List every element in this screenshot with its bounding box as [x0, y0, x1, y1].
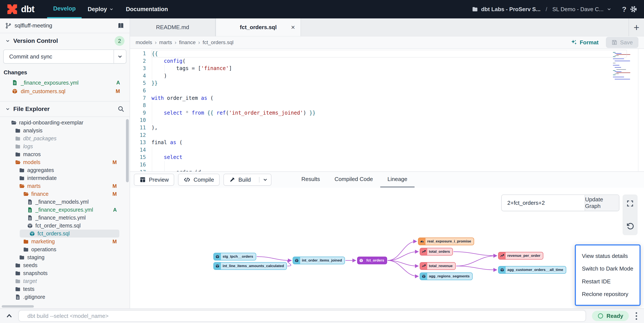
lineage-node-total_revenue[interactable]: total_revenue [420, 262, 456, 270]
menu-item-reclone-repository[interactable]: Reclone repository [576, 291, 640, 298]
code-line[interactable]: 4 ) [130, 72, 644, 80]
menu-item-switch-to-dark-mode[interactable]: Switch to Dark Mode [576, 266, 640, 272]
code-line[interactable]: 16 [130, 161, 644, 168]
update-graph-button[interactable]: Update Graph [585, 195, 619, 211]
code-line[interactable]: 17 order_id, [130, 168, 644, 172]
account-name[interactable]: dbt Labs - ProServ S... [481, 6, 540, 13]
code-line[interactable]: 10 [130, 116, 644, 124]
tree-item-_finance__models.yml[interactable]: _finance__models.yml [0, 198, 130, 206]
code-line[interactable]: 12 [130, 132, 644, 139]
compile-button[interactable]: Compile [178, 174, 220, 186]
search-icon[interactable] [118, 106, 124, 112]
tree-item-logs[interactable]: logs [0, 142, 130, 150]
docs-book-icon[interactable] [117, 22, 124, 29]
lineage-node-agg_customer_orders__all_time[interactable]: agg_customer_orders__all_time [498, 266, 566, 274]
help-icon[interactable]: ? [622, 5, 626, 14]
preview-button[interactable]: Preview [134, 174, 174, 186]
tree-item-rapid-onboarding-exemplar[interactable]: rapid-onboarding-exemplar [0, 119, 130, 126]
fullscreen-icon[interactable] [626, 200, 634, 207]
tree-item-marts[interactable]: martsM [0, 182, 130, 190]
changed-file-row[interactable]: dim_customers.sql M [3, 87, 126, 96]
lineage-node-stg_tpch__orders[interactable]: stg_tpch__orders [214, 253, 256, 260]
tree-item-operations[interactable]: operations [0, 246, 130, 254]
changed-file-row[interactable]: _finance_exposures.yml A [3, 78, 126, 87]
tree-item-analysis[interactable]: analysis [0, 126, 130, 134]
lineage-node-fct_orders[interactable]: fct_orders [357, 256, 387, 264]
close-icon[interactable]: × [291, 23, 295, 31]
tree-item-finance[interactable]: financeM [0, 190, 130, 198]
reset-view-icon[interactable] [626, 222, 634, 230]
project-name[interactable]: SL Demo - Dave C... [552, 6, 604, 13]
nav-develop[interactable]: Develop [47, 0, 82, 18]
branch-row[interactable]: sqlfluff-meeting [0, 18, 130, 33]
menu-item-view-status-details[interactable]: View status details [576, 253, 640, 260]
breadcrumb-models[interactable]: models [136, 40, 152, 46]
tree-item-fct_orders.sql[interactable]: fct_orders.sql [20, 230, 119, 238]
code-line[interactable]: 1{{ [130, 50, 644, 58]
lineage-node-revenue_per_order[interactable]: revenue_per_order [498, 252, 543, 260]
code-line[interactable]: 8 [130, 102, 644, 109]
tree-item-dbt_packages[interactable]: dbt_packages [0, 134, 130, 142]
code-line[interactable]: 11), [130, 124, 644, 132]
format-button[interactable]: Format [571, 39, 598, 46]
lineage-node-int_line_items_amounts_calculated[interactable]: int_line_items_amounts_calculated [214, 262, 287, 270]
version-control-header[interactable]: Version Control 2 [0, 33, 130, 48]
tree-item-tests[interactable]: tests [0, 285, 130, 293]
tree-item-_finance_metrics.yml[interactable]: _finance_metrics.yml [0, 214, 130, 222]
tree-item-models[interactable]: modelsM [0, 158, 130, 166]
new-tab-button[interactable]: + [628, 18, 644, 36]
tree-item-fct_order_items.sql[interactable]: fct_order_items.sql [0, 222, 130, 230]
tree-item-snapshots[interactable]: snapshots [0, 269, 130, 277]
tree-item-target[interactable]: target [0, 277, 130, 285]
vertical-scrollbar[interactable] [126, 119, 129, 182]
tree-item-marketing[interactable]: marketingM [0, 238, 130, 246]
breadcrumb-marts[interactable]: marts [159, 40, 172, 46]
lineage-node-real_exposure_i_promise[interactable]: real_exposure_i_promise [418, 238, 474, 245]
tab-compiled-code[interactable]: Compiled Code [327, 172, 380, 188]
chevron-down-icon[interactable] [606, 7, 612, 12]
tree-item-seeds[interactable]: seeds [0, 261, 130, 269]
kebab-menu-icon[interactable] [634, 311, 638, 321]
code-line[interactable]: 13final as ( [130, 139, 644, 146]
build-button[interactable]: Build [224, 174, 272, 186]
tree-item-macros[interactable]: macros [0, 150, 130, 158]
code-line[interactable]: 6 [130, 87, 644, 94]
menu-item-restart-ide[interactable]: Restart IDE [576, 278, 640, 285]
code-line[interactable]: 14 [130, 146, 644, 154]
code-editor[interactable]: 1{{2 config(3 tags = ['finance']4 )5}}67… [130, 49, 644, 171]
code-line[interactable]: 2 config( [130, 58, 644, 65]
tab-readme[interactable]: README.md [130, 18, 216, 36]
commit-and-sync-button[interactable]: Commit and sync [3, 50, 126, 64]
lineage-selector-input[interactable] [502, 195, 585, 211]
save-button[interactable]: Save [606, 37, 638, 48]
horizontal-scrollbar[interactable] [2, 305, 34, 308]
tree-item-_finance_exposures.yml[interactable]: _finance_exposures.ymlA [0, 206, 130, 214]
tab-fct-orders[interactable]: fct_orders.sql × [216, 18, 301, 36]
build-options-caret[interactable] [259, 177, 271, 182]
build-button-main[interactable]: Build [224, 174, 256, 185]
code-line[interactable]: 15 select [130, 154, 644, 161]
code-line[interactable]: 9 select * from {{ ref('int_order_items_… [130, 109, 644, 117]
tab-results[interactable]: Results [294, 172, 327, 188]
lineage-node-int_order_items_joined[interactable]: int_order_items_joined [293, 256, 345, 264]
tree-item-intermediate[interactable]: intermediate [0, 174, 130, 182]
lineage-node-total_orders[interactable]: total_orders [420, 248, 453, 256]
lineage-node-agg_regions_segments[interactable]: agg_regions_segments [420, 272, 472, 280]
gear-icon[interactable] [630, 5, 638, 13]
nav-documentation[interactable]: Documentation [120, 0, 174, 18]
tree-item-.gitignore[interactable]: .gitignore [0, 293, 130, 301]
dbt-logo[interactable]: dbt [6, 0, 34, 18]
code-line[interactable]: 3 tags = ['finance'] [130, 65, 644, 72]
chevron-up-icon[interactable] [6, 312, 13, 320]
file-explorer-header[interactable]: File Explorer [0, 102, 130, 117]
breadcrumb-finance[interactable]: finance [179, 40, 196, 46]
lineage-panel[interactable]: Update Graph View status detailsSwitch t… [130, 188, 644, 308]
command-input[interactable] [18, 310, 586, 322]
commit-options-caret[interactable] [114, 50, 126, 63]
tab-lineage[interactable]: Lineage [380, 172, 415, 188]
tree-item-staging[interactable]: staging [0, 254, 130, 261]
code-line[interactable]: 7with order_item as ( [130, 94, 644, 102]
nav-deploy[interactable]: Deploy [82, 0, 120, 18]
tree-item-aggregates[interactable]: aggregates [0, 166, 130, 174]
code-line[interactable]: 5}} [130, 80, 644, 87]
